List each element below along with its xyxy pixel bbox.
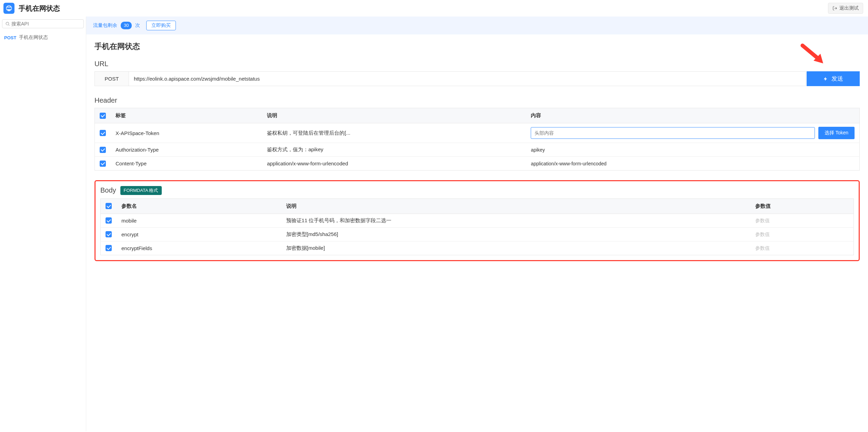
body-section-highlight: Body FORMDATA 格式 参数名 说明 参数值 xyxy=(94,180,860,261)
header-row-value: application/x-www-form-urlencoded xyxy=(531,161,606,166)
header-checkbox-all[interactable] xyxy=(100,113,106,119)
body-table: 参数名 说明 参数值 mobile 预验证11 位手机号码，和加密数据字段二选一… xyxy=(100,198,854,255)
header-row-checkbox[interactable] xyxy=(100,147,106,153)
body-row-desc: 加密数据[mobile] xyxy=(281,241,750,255)
quota-count-badge: 30 xyxy=(121,22,132,29)
body-row-checkbox[interactable] xyxy=(106,217,112,224)
body-col-name: 参数名 xyxy=(117,198,281,214)
header-row-desc: 鉴权私钥，可登陆后在管理后台的[... xyxy=(262,123,526,143)
select-token-button[interactable]: 选择 Token xyxy=(818,127,855,139)
send-button[interactable]: 发送 xyxy=(807,71,860,86)
lightning-icon xyxy=(823,76,828,81)
url-section-label: URL xyxy=(94,60,860,68)
search-icon xyxy=(5,21,10,26)
url-input[interactable] xyxy=(129,71,806,86)
exit-label: 退出测试 xyxy=(839,5,859,11)
header-table: 标签 说明 内容 X-APISpace-Token 鉴权私钥，可登陆后在管理后台… xyxy=(94,108,860,171)
exit-test-button[interactable]: 退出测试 xyxy=(828,3,863,14)
sidebar-item-label: 手机在网状态 xyxy=(19,34,48,41)
app-icon xyxy=(3,3,14,14)
header-row-tag: Authorization-Type xyxy=(111,143,262,157)
app-title: 手机在网状态 xyxy=(19,4,60,13)
header-col-tag: 标签 xyxy=(111,108,262,123)
body-row-name: mobile xyxy=(117,214,281,227)
send-label: 发送 xyxy=(831,75,843,83)
body-row: mobile 预验证11 位手机号码，和加密数据字段二选一 参数值 xyxy=(101,214,854,227)
exit-icon xyxy=(832,6,837,11)
body-row-name: encryptFields xyxy=(117,241,281,255)
page-title: 手机在网状态 xyxy=(94,41,860,52)
quota-suffix: 次 xyxy=(135,22,140,29)
header-col-content: 内容 xyxy=(526,108,859,123)
sidebar: POST 手机在网状态 xyxy=(0,17,86,431)
body-section-label: Body FORMDATA 格式 xyxy=(100,186,854,195)
header-row-checkbox[interactable] xyxy=(100,161,106,167)
header-row-checkbox[interactable] xyxy=(100,130,106,136)
sidebar-item-method: POST xyxy=(4,35,16,40)
header-row-desc: application/x-www-form-urlencoded xyxy=(262,157,526,171)
body-row-checkbox[interactable] xyxy=(106,231,112,237)
search-container[interactable] xyxy=(2,19,84,28)
header-row: X-APISpace-Token 鉴权私钥，可登陆后在管理后台的[... 选择 … xyxy=(95,123,860,143)
header-content-input[interactable] xyxy=(531,127,815,139)
header-row-tag: X-APISpace-Token xyxy=(111,123,262,143)
body-row-value-placeholder[interactable]: 参数值 xyxy=(755,218,770,223)
body-row-desc: 加密类型[md5/sha256] xyxy=(281,227,750,241)
body-row-checkbox[interactable] xyxy=(106,245,112,251)
header-row-tag: Content-Type xyxy=(111,157,262,171)
body-col-desc: 说明 xyxy=(281,198,750,214)
quota-prefix: 流量包剩余 xyxy=(93,22,117,29)
body-col-value: 参数值 xyxy=(750,198,854,214)
body-row-desc: 预验证11 位手机号码，和加密数据字段二选一 xyxy=(281,214,750,227)
buy-button[interactable]: 立即购买 xyxy=(146,21,176,30)
body-row-name: encrypt xyxy=(117,227,281,241)
svg-rect-0 xyxy=(8,10,10,11)
body-checkbox-all[interactable] xyxy=(106,203,112,209)
body-row: encryptFields 加密数据[mobile] 参数值 xyxy=(101,241,854,255)
sidebar-item-mobile-status[interactable]: POST 手机在网状态 xyxy=(2,31,84,44)
header-section-label: Header xyxy=(94,96,860,104)
body-row-value-placeholder[interactable]: 参数值 xyxy=(755,232,770,237)
method-box[interactable]: POST xyxy=(94,71,129,86)
body-row: encrypt 加密类型[md5/sha256] 参数值 xyxy=(101,227,854,241)
header-row: Content-Type application/x-www-form-urle… xyxy=(95,157,860,171)
header-row-desc: 鉴权方式，值为：apikey xyxy=(262,143,526,157)
svg-point-1 xyxy=(6,22,9,25)
body-row-value-placeholder[interactable]: 参数值 xyxy=(755,245,770,251)
quota-bar: 流量包剩余 30 次 立即购买 xyxy=(86,17,868,34)
header-col-desc: 说明 xyxy=(262,108,526,123)
header-row: Authorization-Type 鉴权方式，值为：apikey apikey xyxy=(95,143,860,157)
search-input[interactable] xyxy=(11,21,81,27)
formdata-badge: FORMDATA 格式 xyxy=(120,186,162,195)
header-row-value: apikey xyxy=(531,147,545,153)
